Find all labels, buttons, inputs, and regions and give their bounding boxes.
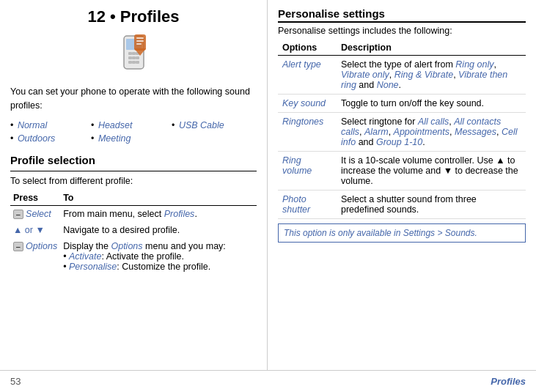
svg-rect-2 — [128, 52, 132, 55]
profile-usb: • USB Cable — [172, 120, 238, 130]
table-row: – Options Display the Options menu and y… — [10, 238, 257, 275]
left-panel: 12 • Profiles — [0, 0, 268, 370]
right-panel: Personalise settings Personalise setting… — [268, 0, 536, 370]
intro-text: You can set your phone to operate with t… — [10, 85, 257, 113]
col-description: Description — [337, 40, 526, 56]
section-separator — [10, 171, 257, 171]
profile-headset: • Headset — [91, 120, 157, 130]
phone-profiles-icon — [114, 34, 154, 74]
table-row: ▲ or ▼ Navigate to a desired profile. — [10, 222, 257, 238]
profile-outdoors: • Outdoors — [10, 133, 76, 144]
table-row: Key sound Toggle to turn on/off the key … — [278, 95, 526, 113]
right-intro: Personalise settings includes the follow… — [278, 26, 526, 36]
navigation-table: Press To – Select From main menu, select… — [10, 191, 257, 275]
table-row: Photo shutter Select a shutter sound fro… — [278, 191, 526, 219]
table-row: Alert type Select the type of alert from… — [278, 56, 526, 95]
svg-rect-11 — [134, 34, 146, 51]
option-key-sound: Key sound — [278, 95, 337, 113]
option-ring-volume: Ring volume — [278, 152, 337, 191]
right-separator — [278, 21, 526, 23]
table-row: – Select From main menu, select Profiles… — [10, 205, 257, 222]
profile-normal: • Normal — [10, 120, 76, 130]
svg-rect-3 — [132, 52, 136, 55]
desc-ring-volume: It is a 10-scale volume controller. Use … — [337, 152, 526, 191]
desc-photo-shutter: Select a shutter sound from three predef… — [337, 191, 526, 219]
profile-selection-title: Profile selection — [10, 154, 257, 166]
table-row: Ring volume It is a 10-scale volume cont… — [278, 152, 526, 191]
svg-rect-9 — [132, 61, 136, 64]
desc-ringtones: Select ringtone for All calls, All conta… — [337, 113, 526, 152]
svg-rect-13 — [136, 37, 144, 39]
options-table: Options Description Alert type Select th… — [278, 40, 526, 219]
footer: 53 Profiles — [0, 370, 536, 392]
svg-rect-10 — [136, 61, 139, 64]
action-options: Display the Options menu and you may: • … — [60, 238, 257, 275]
svg-rect-8 — [128, 61, 132, 64]
page-title: 12 • Profiles — [10, 7, 257, 26]
option-alert-type: Alert type — [278, 56, 337, 95]
profile-sel-intro: To select from different profile: — [10, 176, 257, 186]
footer-chapter: Profiles — [491, 376, 526, 387]
col-to: To — [60, 191, 257, 206]
option-ringtones: Ringtones — [278, 113, 337, 152]
action-select: From main menu, select Profiles. — [60, 205, 257, 222]
desc-key-sound: Toggle to turn on/off the key sound. — [337, 95, 526, 113]
page-number: 53 — [10, 376, 21, 387]
svg-rect-5 — [128, 56, 132, 59]
option-photo-shutter: Photo shutter — [278, 191, 337, 219]
icon-area — [10, 34, 257, 76]
profile-meeting: • Meeting — [91, 133, 157, 144]
svg-rect-6 — [132, 56, 136, 59]
svg-rect-14 — [136, 40, 144, 42]
col-press: Press — [10, 191, 60, 206]
col-options: Options — [278, 40, 337, 56]
right-panel-title: Personalise settings — [278, 7, 526, 20]
note-box: This option is only available in Setting… — [278, 223, 526, 243]
action-navigate: Navigate to a desired profile. — [60, 222, 257, 238]
key-navigate: ▲ or ▼ — [10, 222, 60, 238]
svg-rect-7 — [136, 56, 139, 59]
key-options: – Options — [10, 238, 60, 275]
profiles-list: • Normal • Headset • USB Cable • Outdoor… — [10, 120, 257, 144]
key-select: – Select — [10, 205, 60, 222]
svg-rect-15 — [136, 43, 142, 45]
desc-alert-type: Select the type of alert from Ring only,… — [337, 56, 526, 95]
table-row: Ringtones Select ringtone for All calls,… — [278, 113, 526, 152]
